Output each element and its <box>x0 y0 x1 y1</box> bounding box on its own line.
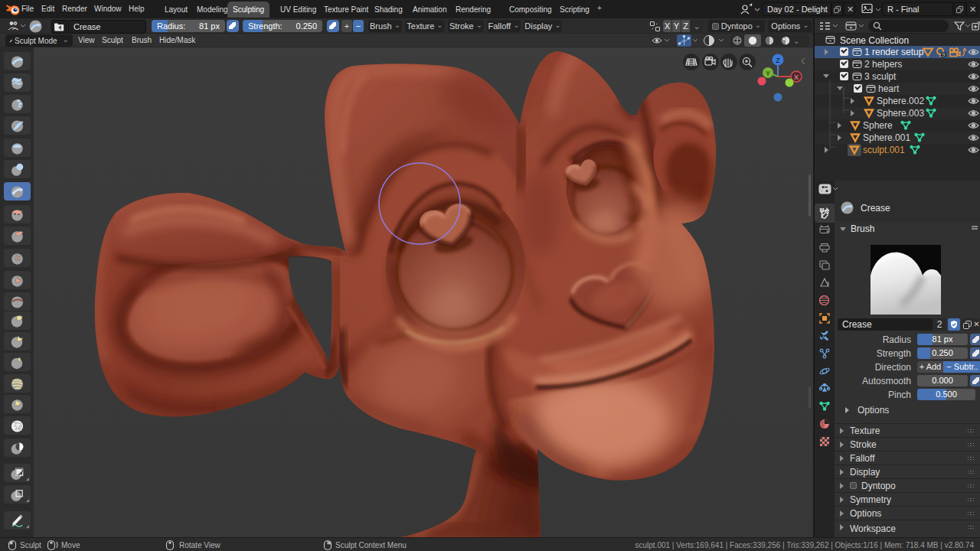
svg-text:X: X <box>794 73 799 81</box>
svg-text:Z: Z <box>776 57 780 64</box>
svg-text:9: 9 <box>942 52 946 57</box>
svg-text:Y: Y <box>766 70 770 77</box>
